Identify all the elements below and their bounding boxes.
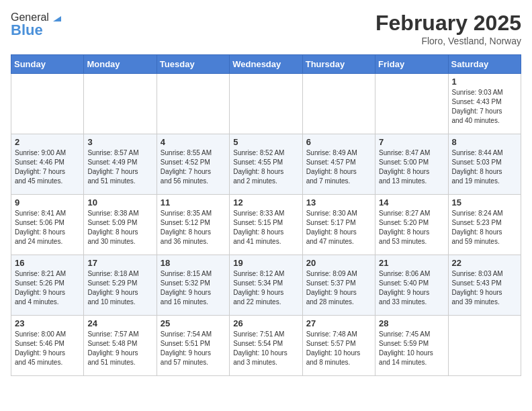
logo-icon [50, 11, 64, 24]
day-number: 13 [306, 197, 371, 208]
calendar-cell: 11Sunrise: 8:35 AM Sunset: 5:12 PM Dayli… [157, 195, 229, 255]
day-info: Sunrise: 7:45 AM Sunset: 5:59 PM Dayligh… [379, 330, 444, 367]
calendar-cell: 15Sunrise: 8:24 AM Sunset: 5:23 PM Dayli… [448, 195, 521, 255]
title-block: February 2025 Floro, Vestland, Norway [375, 11, 521, 46]
day-number: 27 [306, 318, 371, 328]
day-number: 25 [161, 318, 226, 328]
day-info: Sunrise: 8:09 AM Sunset: 5:37 PM Dayligh… [306, 269, 371, 307]
day-info: Sunrise: 8:52 AM Sunset: 4:55 PM Dayligh… [233, 148, 298, 186]
day-number: 6 [306, 137, 371, 147]
calendar-cell [230, 74, 302, 134]
day-number: 26 [233, 318, 298, 328]
day-number: 20 [306, 258, 371, 268]
calendar-cell: 1Sunrise: 9:03 AM Sunset: 4:43 PM Daylig… [448, 74, 521, 134]
day-info: Sunrise: 8:12 AM Sunset: 5:34 PM Dayligh… [233, 269, 298, 307]
page-header: General Blue February 2025 Floro, Vestla… [11, 11, 521, 46]
day-info: Sunrise: 7:57 AM Sunset: 5:48 PM Dayligh… [87, 330, 152, 367]
day-info: Sunrise: 8:55 AM Sunset: 4:52 PM Dayligh… [161, 148, 226, 186]
calendar-cell: 9Sunrise: 8:41 AM Sunset: 5:06 PM Daylig… [11, 195, 84, 255]
day-number: 18 [161, 258, 226, 268]
calendar-cell: 14Sunrise: 8:27 AM Sunset: 5:20 PM Dayli… [375, 195, 448, 255]
day-number: 8 [452, 137, 517, 147]
day-info: Sunrise: 7:54 AM Sunset: 5:51 PM Dayligh… [161, 330, 226, 367]
calendar-cell [157, 74, 229, 134]
calendar-cell [11, 74, 84, 134]
calendar-cell: 4Sunrise: 8:55 AM Sunset: 4:52 PM Daylig… [157, 134, 229, 195]
calendar-cell: 8Sunrise: 8:44 AM Sunset: 5:03 PM Daylig… [448, 134, 521, 195]
day-number: 24 [87, 318, 152, 328]
day-number: 11 [161, 197, 226, 208]
day-number: 12 [233, 197, 298, 208]
calendar-cell: 20Sunrise: 8:09 AM Sunset: 5:37 PM Dayli… [302, 255, 375, 316]
subtitle: Floro, Vestland, Norway [375, 36, 521, 46]
day-number: 3 [87, 137, 152, 147]
day-info: Sunrise: 8:30 AM Sunset: 5:17 PM Dayligh… [306, 209, 371, 246]
day-number: 14 [379, 197, 444, 208]
day-info: Sunrise: 8:57 AM Sunset: 4:49 PM Dayligh… [87, 148, 152, 186]
calendar-week-row: 1Sunrise: 9:03 AM Sunset: 4:43 PM Daylig… [11, 74, 521, 134]
calendar-cell: 16Sunrise: 8:21 AM Sunset: 5:26 PM Dayli… [11, 255, 84, 316]
calendar-cell: 7Sunrise: 8:47 AM Sunset: 5:00 PM Daylig… [375, 134, 448, 195]
calendar-cell: 22Sunrise: 8:03 AM Sunset: 5:43 PM Dayli… [448, 255, 521, 316]
calendar-cell: 2Sunrise: 9:00 AM Sunset: 4:46 PM Daylig… [11, 134, 84, 195]
day-number: 23 [15, 318, 80, 328]
day-info: Sunrise: 8:33 AM Sunset: 5:15 PM Dayligh… [233, 209, 298, 246]
calendar-cell: 24Sunrise: 7:57 AM Sunset: 5:48 PM Dayli… [84, 316, 157, 376]
day-info: Sunrise: 8:41 AM Sunset: 5:06 PM Dayligh… [15, 209, 80, 246]
day-number: 1 [452, 77, 517, 87]
calendar-cell: 23Sunrise: 8:00 AM Sunset: 5:46 PM Dayli… [11, 316, 84, 376]
day-info: Sunrise: 8:27 AM Sunset: 5:20 PM Dayligh… [379, 209, 444, 246]
calendar-week-row: 16Sunrise: 8:21 AM Sunset: 5:26 PM Dayli… [11, 255, 521, 316]
calendar-cell: 3Sunrise: 8:57 AM Sunset: 4:49 PM Daylig… [84, 134, 157, 195]
calendar-table: SundayMondayTuesdayWednesdayThursdayFrid… [11, 54, 521, 376]
calendar-cell [448, 316, 521, 376]
day-info: Sunrise: 8:47 AM Sunset: 5:00 PM Dayligh… [379, 148, 444, 186]
day-info: Sunrise: 8:21 AM Sunset: 5:26 PM Dayligh… [15, 269, 80, 307]
column-header-saturday: Saturday [448, 55, 521, 74]
calendar-cell: 17Sunrise: 8:18 AM Sunset: 5:29 PM Dayli… [84, 255, 157, 316]
day-number: 7 [379, 137, 444, 147]
day-number: 17 [87, 258, 152, 268]
calendar-week-row: 9Sunrise: 8:41 AM Sunset: 5:06 PM Daylig… [11, 195, 521, 255]
day-info: Sunrise: 8:03 AM Sunset: 5:43 PM Dayligh… [452, 269, 517, 307]
day-number: 19 [233, 258, 298, 268]
calendar-cell: 26Sunrise: 7:51 AM Sunset: 5:54 PM Dayli… [230, 316, 302, 376]
column-header-friday: Friday [375, 55, 448, 74]
day-info: Sunrise: 8:24 AM Sunset: 5:23 PM Dayligh… [452, 209, 517, 246]
day-number: 9 [15, 197, 80, 208]
day-number: 15 [452, 197, 517, 208]
day-info: Sunrise: 7:51 AM Sunset: 5:54 PM Dayligh… [233, 330, 298, 367]
day-number: 16 [15, 258, 80, 268]
day-number: 21 [379, 258, 444, 268]
calendar-cell: 21Sunrise: 8:06 AM Sunset: 5:40 PM Dayli… [375, 255, 448, 316]
day-info: Sunrise: 9:00 AM Sunset: 4:46 PM Dayligh… [15, 148, 80, 186]
calendar-cell [84, 74, 157, 134]
day-info: Sunrise: 8:06 AM Sunset: 5:40 PM Dayligh… [379, 269, 444, 307]
day-number: 5 [233, 137, 298, 147]
column-header-tuesday: Tuesday [157, 55, 229, 74]
calendar-cell [375, 74, 448, 134]
calendar-cell: 13Sunrise: 8:30 AM Sunset: 5:17 PM Dayli… [302, 195, 375, 255]
calendar-cell: 28Sunrise: 7:45 AM Sunset: 5:59 PM Dayli… [375, 316, 448, 376]
column-header-thursday: Thursday [302, 55, 375, 74]
calendar-cell: 5Sunrise: 8:52 AM Sunset: 4:55 PM Daylig… [230, 134, 302, 195]
day-info: Sunrise: 8:15 AM Sunset: 5:32 PM Dayligh… [161, 269, 226, 307]
day-number: 22 [452, 258, 517, 268]
day-info: Sunrise: 8:38 AM Sunset: 5:09 PM Dayligh… [87, 209, 152, 246]
day-number: 10 [87, 197, 152, 208]
calendar-cell: 10Sunrise: 8:38 AM Sunset: 5:09 PM Dayli… [84, 195, 157, 255]
calendar-cell: 18Sunrise: 8:15 AM Sunset: 5:32 PM Dayli… [157, 255, 229, 316]
column-header-monday: Monday [84, 55, 157, 74]
day-info: Sunrise: 8:35 AM Sunset: 5:12 PM Dayligh… [161, 209, 226, 246]
logo: General Blue [11, 11, 64, 39]
day-number: 4 [161, 137, 226, 147]
calendar-cell: 27Sunrise: 7:48 AM Sunset: 5:57 PM Dayli… [302, 316, 375, 376]
day-info: Sunrise: 8:44 AM Sunset: 5:03 PM Dayligh… [452, 148, 517, 186]
svg-marker-0 [53, 16, 61, 21]
day-info: Sunrise: 9:03 AM Sunset: 4:43 PM Dayligh… [452, 88, 517, 126]
calendar-header-row: SundayMondayTuesdayWednesdayThursdayFrid… [11, 55, 521, 74]
day-info: Sunrise: 8:49 AM Sunset: 4:57 PM Dayligh… [306, 148, 371, 186]
calendar-cell: 25Sunrise: 7:54 AM Sunset: 5:51 PM Dayli… [157, 316, 229, 376]
day-number: 28 [379, 318, 444, 328]
calendar-cell: 12Sunrise: 8:33 AM Sunset: 5:15 PM Dayli… [230, 195, 302, 255]
